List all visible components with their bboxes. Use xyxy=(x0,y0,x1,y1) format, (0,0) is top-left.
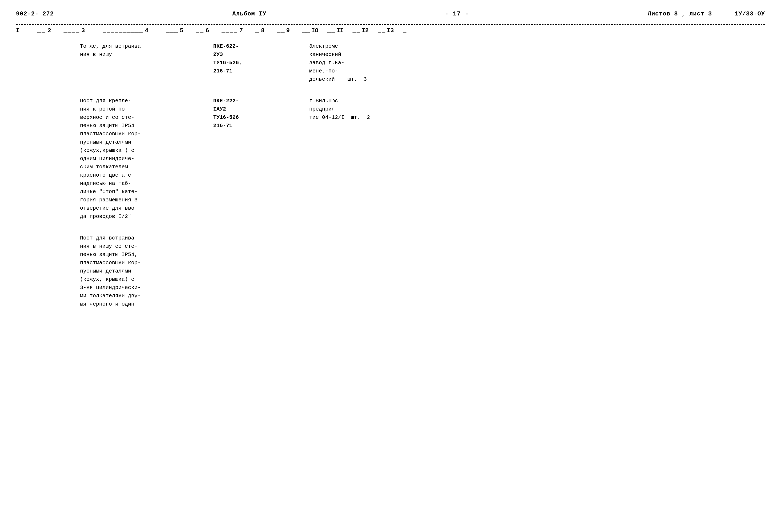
col-header-7: 7 xyxy=(239,28,255,34)
col-header-12: I2 xyxy=(362,28,378,34)
col-header-2: 2 xyxy=(47,28,64,34)
row1-col4: То же, для встраива-ния в нишу xyxy=(80,42,213,59)
row1-col5: ПКЕ-622-2УЗТУ16-526,216-71 xyxy=(213,42,293,75)
row1-col7: Электроме- ханический завод г.Ка- мене.-… xyxy=(309,42,416,83)
col-header-9: 9 xyxy=(286,28,302,34)
row2-col7: г.Вильнюс предприя- тие 04-12/I шт. 2 xyxy=(309,97,416,122)
page-center: - 17 - xyxy=(445,11,469,17)
col-header-10: IO xyxy=(311,28,327,34)
separator-line xyxy=(16,24,765,25)
doc-number: 902-2- 272 xyxy=(16,11,54,17)
album: Альбом IУ xyxy=(233,11,266,17)
col-header-8: 8 xyxy=(261,28,277,34)
row2-col5: ПКЕ-222-IАУ2ТУ16-526216-71 xyxy=(213,97,293,130)
col-header-3: 3 xyxy=(81,28,102,34)
col-header-5: 5 xyxy=(180,28,196,34)
table-row: Пост для крепле-ния к ротой по-верхности… xyxy=(16,97,765,221)
col-header-4: 4 xyxy=(145,28,166,34)
sheets-info: Листов 8 , лист 3 1У/33-ОУ xyxy=(648,11,765,17)
row3-col4: Пост для встраива-ния в нишу со сте-пень… xyxy=(80,234,213,308)
col-header-13: I3 xyxy=(387,28,403,34)
columns-header-row: I __ 2 ____ 3 __________ 4 ___ 5 __ 6 __… xyxy=(16,28,765,34)
table-row: Пост для встраива-ния в нишу со сте-пень… xyxy=(16,234,765,308)
table-row: То же, для встраива-ния в нишу ПКЕ-622-2… xyxy=(16,42,765,83)
row2-col4: Пост для крепле-ния к ротой по-верхности… xyxy=(80,97,213,221)
content-area: То же, для встраива-ния в нишу ПКЕ-622-2… xyxy=(16,42,765,308)
header: 902-2- 272 Альбом IУ - 17 - Листов 8 , л… xyxy=(16,11,765,19)
col-header-11: II xyxy=(337,28,353,34)
col-header-6: 6 xyxy=(206,28,221,34)
col-header-1: I xyxy=(16,28,37,34)
page: 902-2- 272 Альбом IУ - 17 - Листов 8 , л… xyxy=(0,0,781,532)
